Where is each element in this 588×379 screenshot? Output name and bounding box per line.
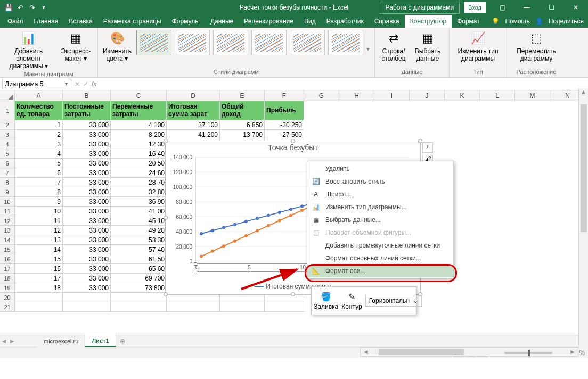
share-link[interactable]: Поделиться (549, 18, 584, 25)
col-J[interactable]: J (410, 90, 445, 101)
ctx-format-major-gridlines[interactable]: Формат основных линий сетки... (307, 252, 453, 265)
vertical-scrollbar[interactable]: ▲ (578, 88, 588, 347)
header-cell[interactable]: Постоянные затраты (63, 101, 111, 120)
select-all-corner[interactable] (0, 90, 15, 101)
col-I[interactable]: I (374, 90, 410, 101)
svg-point-28 (233, 240, 236, 243)
col-K[interactable]: K (445, 90, 480, 101)
chart-handle[interactable] (418, 139, 422, 143)
font-icon: A (312, 190, 320, 199)
tab-data[interactable]: Данные (205, 15, 239, 28)
enter-icon[interactable]: ✓ (83, 80, 88, 88)
header-cell[interactable]: Количество ед. товара (15, 101, 63, 120)
y-axis[interactable]: 020 00040 00060 00080 000100 000120 0001… (171, 157, 194, 261)
chart-handle[interactable] (164, 292, 168, 296)
chart-elements-icon[interactable]: + (422, 142, 433, 153)
col-L[interactable]: L (480, 90, 515, 101)
col-G[interactable]: G (304, 90, 339, 101)
tab-file[interactable]: Файл (2, 15, 29, 28)
ctx-font[interactable]: AШрифт... (307, 188, 453, 201)
table-row[interactable]: 1 33 000 4 100 37 100 6 850 -30 250 (15, 120, 304, 130)
tab-view[interactable]: Вид (299, 15, 321, 28)
chart-handle[interactable] (291, 292, 295, 296)
tab-insert[interactable]: Вставка (63, 15, 98, 28)
tab-home[interactable]: Главная (29, 15, 64, 28)
chart-style-5[interactable] (290, 30, 325, 55)
col-A[interactable]: A (15, 90, 63, 101)
formula-input[interactable] (100, 79, 586, 89)
redo-icon[interactable]: ↷ (27, 2, 37, 13)
formula-bar: Диаграмма 5▼ ✕ ✓ fx (0, 78, 588, 90)
header-cell[interactable]: Прибыль (265, 101, 304, 120)
header-cell[interactable]: Итоговая сумма зарат (167, 101, 220, 120)
axis-type-dropdown[interactable]: Горизонтальн⌄ (365, 295, 422, 307)
chart-style-3[interactable] (213, 30, 248, 55)
svg-point-11 (244, 220, 248, 223)
sheet-tab-2[interactable]: Лист1 (85, 335, 116, 347)
quick-layout-button[interactable]: ▦ Экспресс-макет ▾ (57, 30, 94, 63)
outline-button[interactable]: ✎Контур (341, 292, 362, 310)
table-row[interactable]: 2 33 000 8 200 41 200 13 700 -27 500 (15, 130, 304, 139)
share-icon[interactable]: 👤 (535, 18, 543, 25)
col-B[interactable]: B (63, 90, 111, 101)
quick-access-toolbar: 💾 ↶ ↷ ▼ (0, 2, 52, 13)
chart-handle[interactable] (164, 139, 168, 143)
svg-point-10 (233, 223, 236, 226)
maximize-icon[interactable]: ☐ (539, 0, 564, 15)
undo-icon[interactable]: ↶ (15, 2, 26, 13)
tab-developer[interactable]: Разработчик (321, 15, 369, 28)
name-box[interactable]: Диаграмма 5▼ (2, 79, 71, 89)
move-chart-button[interactable]: ⬚ Переместить диаграмму (510, 30, 562, 63)
minimize-icon[interactable]: ― (514, 0, 539, 15)
sheet-nav[interactable]: ◄ ► (0, 337, 16, 345)
cancel-icon[interactable]: ✕ (75, 80, 80, 88)
ctx-format-axis[interactable]: 📐Формат оси... (307, 265, 453, 277)
close-icon[interactable]: ✕ (564, 0, 588, 15)
col-M[interactable]: M (515, 90, 550, 101)
chart-handle[interactable] (164, 216, 168, 220)
select-data-button[interactable]: ▦ Выбрать данные (412, 30, 443, 63)
ctx-select-data[interactable]: ▦Выбрать данные... (307, 213, 453, 226)
chart-style-1[interactable] (136, 30, 172, 55)
qat-dropdown-icon[interactable]: ▼ (38, 2, 49, 13)
reset-icon: 🔄 (312, 177, 320, 186)
sheet-tab-1[interactable]: microexcel.ru (37, 335, 85, 347)
chart-style-4[interactable] (251, 30, 287, 55)
help-link[interactable]: Помощь (505, 18, 529, 25)
chart-style-2[interactable] (175, 30, 210, 55)
change-colors-button[interactable]: 🎨 Изменить цвета ▾ (101, 30, 133, 63)
fill-button[interactable]: 🪣Заливка (314, 292, 338, 310)
zoom-slider[interactable] (504, 352, 552, 354)
switch-row-column-button[interactable]: ⇄ Строка/столбец (378, 30, 409, 63)
fx-icon[interactable]: fx (92, 80, 96, 88)
chart-icon: 📊 (312, 203, 320, 211)
tab-formulas[interactable]: Формулы (167, 15, 205, 28)
ctx-change-chart-type[interactable]: 📊Изменить тип диаграммы... (307, 201, 453, 213)
add-sheet-icon[interactable]: ⊕ (116, 337, 129, 345)
svg-point-15 (289, 208, 292, 211)
col-C[interactable]: C (111, 90, 167, 101)
change-chart-type-button[interactable]: 📈 Изменить тип диаграммы (453, 30, 503, 63)
chart-style-6[interactable] (328, 30, 363, 55)
tab-help[interactable]: Справка (369, 15, 405, 28)
col-H[interactable]: H (339, 90, 374, 101)
chart-style-more-icon[interactable]: ▾ (366, 45, 370, 53)
header-cell[interactable]: Общий доход (220, 101, 265, 120)
header-cell[interactable]: Переменные затраты (111, 101, 167, 120)
tab-review[interactable]: Рецензирование (239, 15, 299, 28)
ctx-reset-style[interactable]: 🔄Восстановить стиль (307, 175, 453, 188)
tab-page-layout[interactable]: Разметка страницы (98, 15, 167, 28)
tab-format[interactable]: Формат (452, 15, 485, 28)
col-D[interactable]: D (167, 90, 220, 101)
login-button[interactable]: Вход (464, 2, 486, 13)
col-E[interactable]: E (220, 90, 265, 101)
ribbon-options-icon[interactable]: ▢ (490, 0, 514, 15)
chart-handle[interactable] (291, 139, 295, 143)
tell-me-icon[interactable]: 💡 (492, 18, 500, 25)
ctx-delete[interactable]: Удалить (307, 162, 453, 175)
add-chart-element-button[interactable]: 📊 Добавить элемент диаграммы ▾ (3, 30, 54, 70)
col-F[interactable]: F (265, 90, 304, 101)
ctx-add-minor-gridlines[interactable]: Добавить промежуточные линии сетки (307, 239, 453, 252)
save-icon[interactable]: 💾 (3, 2, 14, 13)
tab-design[interactable]: Конструктор (405, 15, 452, 28)
